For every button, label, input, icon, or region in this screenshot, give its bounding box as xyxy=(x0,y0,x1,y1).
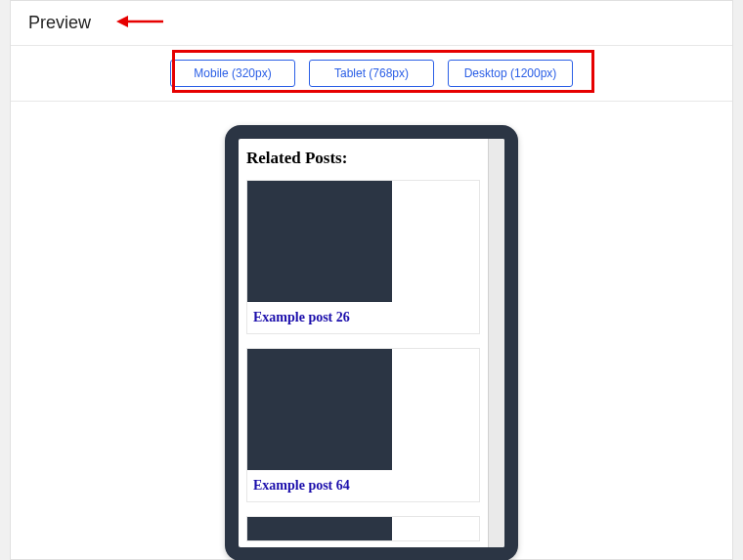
device-frame: Related Posts: Example post 26 Example p… xyxy=(225,125,518,560)
page-title: Preview xyxy=(28,13,91,33)
desktop-button[interactable]: Desktop (1200px) xyxy=(448,60,573,87)
list-item[interactable]: Example post 64 xyxy=(246,348,480,502)
post-thumbnail xyxy=(247,517,392,540)
scrollbar[interactable] xyxy=(488,139,504,547)
arrow-left-annotation xyxy=(116,14,165,29)
list-item[interactable] xyxy=(246,516,480,541)
related-posts-heading: Related Posts: xyxy=(246,149,480,168)
tablet-button[interactable]: Tablet (768px) xyxy=(309,60,434,87)
post-title-link[interactable]: Example post 64 xyxy=(247,470,479,501)
post-title-link[interactable]: Example post 26 xyxy=(247,302,479,333)
mobile-button[interactable]: Mobile (320px) xyxy=(170,60,295,87)
preview-area: Related Posts: Example post 26 Example p… xyxy=(11,102,732,560)
list-item[interactable]: Example post 26 xyxy=(246,180,480,334)
post-thumbnail xyxy=(247,349,392,470)
post-thumbnail xyxy=(247,181,392,302)
svg-marker-1 xyxy=(116,16,128,27)
